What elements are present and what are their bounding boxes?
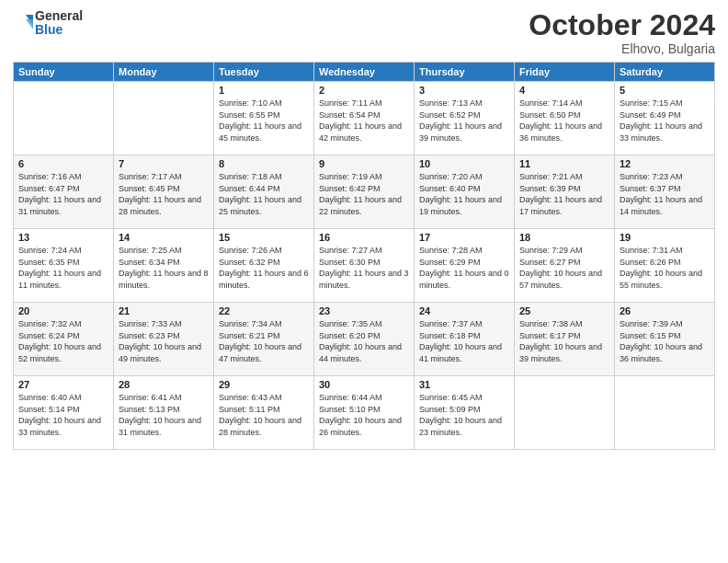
- day-info: Sunrise: 6:44 AMSunset: 5:10 PMDaylight:…: [319, 392, 409, 438]
- day-number: 17: [419, 232, 509, 243]
- calendar-cell: 6Sunrise: 7:16 AMSunset: 6:47 PMDaylight…: [14, 155, 114, 229]
- calendar-cell: 17Sunrise: 7:28 AMSunset: 6:29 PMDayligh…: [415, 229, 515, 303]
- month-title: October 2024: [529, 9, 715, 41]
- calendar-cell: 13Sunrise: 7:24 AMSunset: 6:35 PMDayligh…: [14, 229, 114, 303]
- day-info: Sunrise: 7:28 AMSunset: 6:29 PMDaylight:…: [419, 245, 509, 291]
- day-info: Sunrise: 7:37 AMSunset: 6:18 PMDaylight:…: [419, 318, 509, 364]
- day-number: 21: [119, 305, 209, 316]
- calendar-cell: 22Sunrise: 7:34 AMSunset: 6:21 PMDayligh…: [214, 303, 314, 376]
- day-number: 28: [119, 379, 209, 390]
- day-info: Sunrise: 7:26 AMSunset: 6:32 PMDaylight:…: [219, 245, 309, 291]
- calendar-cell: 31Sunrise: 6:45 AMSunset: 5:09 PMDayligh…: [415, 376, 515, 450]
- day-number: 15: [219, 232, 309, 243]
- calendar-cell: 29Sunrise: 6:43 AMSunset: 5:11 PMDayligh…: [214, 376, 314, 450]
- day-number: 9: [319, 158, 409, 169]
- calendar-cell: [114, 82, 214, 155]
- day-info: Sunrise: 7:16 AMSunset: 6:47 PMDaylight:…: [18, 171, 108, 217]
- day-info: Sunrise: 7:21 AMSunset: 6:39 PMDaylight:…: [519, 171, 609, 217]
- day-info: Sunrise: 7:20 AMSunset: 6:40 PMDaylight:…: [419, 171, 509, 217]
- calendar-cell: 4Sunrise: 7:14 AMSunset: 6:50 PMDaylight…: [515, 82, 615, 155]
- weekday-header-monday: Monday: [114, 63, 214, 82]
- day-number: 4: [519, 85, 609, 96]
- day-number: 18: [519, 232, 609, 243]
- day-info: Sunrise: 6:40 AMSunset: 5:14 PMDaylight:…: [18, 392, 108, 438]
- calendar-cell: 15Sunrise: 7:26 AMSunset: 6:32 PMDayligh…: [214, 229, 314, 303]
- day-info: Sunrise: 7:18 AMSunset: 6:44 PMDaylight:…: [219, 171, 309, 217]
- day-number: 20: [18, 305, 108, 316]
- calendar-cell: 3Sunrise: 7:13 AMSunset: 6:52 PMDaylight…: [415, 82, 515, 155]
- calendar-cell: 8Sunrise: 7:18 AMSunset: 6:44 PMDaylight…: [214, 155, 314, 229]
- weekday-header-friday: Friday: [515, 63, 615, 82]
- day-info: Sunrise: 7:34 AMSunset: 6:21 PMDaylight:…: [219, 318, 309, 364]
- calendar-cell: 30Sunrise: 6:44 AMSunset: 5:10 PMDayligh…: [314, 376, 415, 450]
- day-number: 24: [419, 305, 509, 316]
- day-info: Sunrise: 7:32 AMSunset: 6:24 PMDaylight:…: [18, 318, 108, 364]
- calendar-cell: 14Sunrise: 7:25 AMSunset: 6:34 PMDayligh…: [114, 229, 214, 303]
- day-number: 5: [620, 85, 710, 96]
- calendar-cell: 21Sunrise: 7:33 AMSunset: 6:23 PMDayligh…: [114, 303, 214, 376]
- calendar-cell: 25Sunrise: 7:38 AMSunset: 6:17 PMDayligh…: [515, 303, 615, 376]
- calendar-cell: 19Sunrise: 7:31 AMSunset: 6:26 PMDayligh…: [615, 229, 715, 303]
- calendar-cell: 2Sunrise: 7:11 AMSunset: 6:54 PMDaylight…: [314, 82, 415, 155]
- logo-bird-icon: [13, 13, 33, 33]
- day-info: Sunrise: 7:23 AMSunset: 6:37 PMDaylight:…: [620, 171, 710, 217]
- calendar-table: SundayMondayTuesdayWednesdayThursdayFrid…: [13, 62, 715, 450]
- day-number: 22: [219, 305, 309, 316]
- calendar-cell: 28Sunrise: 6:41 AMSunset: 5:13 PMDayligh…: [114, 376, 214, 450]
- weekday-header-saturday: Saturday: [615, 63, 715, 82]
- day-number: 7: [119, 158, 209, 169]
- day-number: 25: [519, 305, 609, 316]
- day-info: Sunrise: 7:38 AMSunset: 6:17 PMDaylight:…: [519, 318, 609, 364]
- calendar-cell: 27Sunrise: 6:40 AMSunset: 5:14 PMDayligh…: [14, 376, 114, 450]
- day-info: Sunrise: 7:10 AMSunset: 6:55 PMDaylight:…: [219, 98, 309, 144]
- weekday-header-wednesday: Wednesday: [314, 63, 415, 82]
- day-number: 2: [319, 85, 409, 96]
- day-number: 6: [18, 158, 108, 169]
- day-info: Sunrise: 7:39 AMSunset: 6:15 PMDaylight:…: [620, 318, 710, 364]
- day-number: 14: [119, 232, 209, 243]
- calendar-cell: 10Sunrise: 7:20 AMSunset: 6:40 PMDayligh…: [415, 155, 515, 229]
- day-number: 30: [319, 379, 409, 390]
- day-info: Sunrise: 6:41 AMSunset: 5:13 PMDaylight:…: [119, 392, 209, 438]
- calendar-cell: 12Sunrise: 7:23 AMSunset: 6:37 PMDayligh…: [615, 155, 715, 229]
- calendar-cell: [515, 376, 615, 450]
- weekday-header-thursday: Thursday: [415, 63, 515, 82]
- calendar-cell: 16Sunrise: 7:27 AMSunset: 6:30 PMDayligh…: [314, 229, 415, 303]
- calendar-cell: 24Sunrise: 7:37 AMSunset: 6:18 PMDayligh…: [415, 303, 515, 376]
- day-info: Sunrise: 7:11 AMSunset: 6:54 PMDaylight:…: [319, 98, 409, 144]
- calendar-cell: 1Sunrise: 7:10 AMSunset: 6:55 PMDaylight…: [214, 82, 314, 155]
- calendar-cell: 11Sunrise: 7:21 AMSunset: 6:39 PMDayligh…: [515, 155, 615, 229]
- day-number: 3: [419, 85, 509, 96]
- day-info: Sunrise: 6:43 AMSunset: 5:11 PMDaylight:…: [219, 392, 309, 438]
- location: Elhovo, Bulgaria: [529, 41, 715, 56]
- day-number: 23: [319, 305, 409, 316]
- calendar-cell: 18Sunrise: 7:29 AMSunset: 6:27 PMDayligh…: [515, 229, 615, 303]
- title-block: October 2024 Elhovo, Bulgaria: [529, 9, 715, 56]
- day-number: 8: [219, 158, 309, 169]
- day-number: 10: [419, 158, 509, 169]
- calendar-cell: [615, 376, 715, 450]
- calendar-cell: 20Sunrise: 7:32 AMSunset: 6:24 PMDayligh…: [14, 303, 114, 376]
- day-number: 31: [419, 379, 509, 390]
- weekday-header-sunday: Sunday: [14, 63, 114, 82]
- day-info: Sunrise: 7:13 AMSunset: 6:52 PMDaylight:…: [419, 98, 509, 144]
- day-info: Sunrise: 7:35 AMSunset: 6:20 PMDaylight:…: [319, 318, 409, 364]
- calendar-cell: 5Sunrise: 7:15 AMSunset: 6:49 PMDaylight…: [615, 82, 715, 155]
- day-info: Sunrise: 7:31 AMSunset: 6:26 PMDaylight:…: [620, 245, 710, 291]
- day-number: 12: [620, 158, 710, 169]
- day-number: 19: [620, 232, 710, 243]
- day-info: Sunrise: 7:33 AMSunset: 6:23 PMDaylight:…: [119, 318, 209, 364]
- day-number: 27: [18, 379, 108, 390]
- calendar-cell: 7Sunrise: 7:17 AMSunset: 6:45 PMDaylight…: [114, 155, 214, 229]
- day-info: Sunrise: 7:29 AMSunset: 6:27 PMDaylight:…: [519, 245, 609, 291]
- day-number: 29: [219, 379, 309, 390]
- svg-marker-1: [26, 19, 33, 29]
- logo: General Blue: [13, 9, 83, 38]
- calendar-cell: 26Sunrise: 7:39 AMSunset: 6:15 PMDayligh…: [615, 303, 715, 376]
- day-info: Sunrise: 7:14 AMSunset: 6:50 PMDaylight:…: [519, 98, 609, 144]
- calendar-cell: 9Sunrise: 7:19 AMSunset: 6:42 PMDaylight…: [314, 155, 415, 229]
- day-number: 16: [319, 232, 409, 243]
- weekday-header-tuesday: Tuesday: [214, 63, 314, 82]
- calendar-cell: [14, 82, 114, 155]
- day-info: Sunrise: 7:17 AMSunset: 6:45 PMDaylight:…: [119, 171, 209, 217]
